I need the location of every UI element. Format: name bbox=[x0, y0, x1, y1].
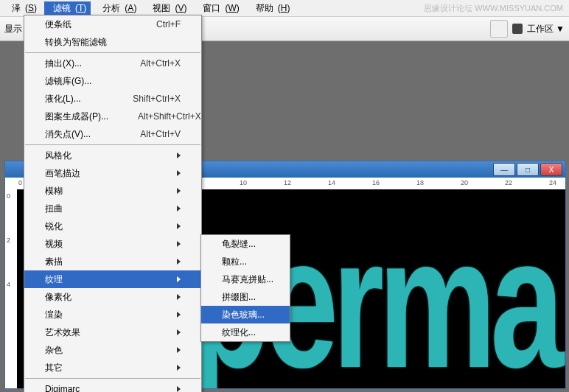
menu-item[interactable]: 抽出(X)...Alt+Ctrl+X bbox=[24, 55, 201, 72]
submenu-item[interactable]: 纹理化... bbox=[201, 323, 290, 341]
menu-item[interactable]: 像素化 bbox=[24, 288, 201, 306]
menu-item[interactable]: 纹理 bbox=[24, 270, 201, 288]
menu-item[interactable]: 视频 bbox=[24, 235, 201, 253]
menu-item[interactable]: 素描 bbox=[24, 253, 201, 270]
menu-item[interactable]: 风格化 bbox=[24, 147, 201, 164]
menu-item[interactable]: 模糊 bbox=[24, 182, 201, 200]
submenu-item[interactable]: 颗粒... bbox=[201, 253, 290, 270]
menu-item[interactable]: 渲染 bbox=[24, 306, 201, 323]
submenu-item[interactable]: 染色玻璃... bbox=[201, 306, 290, 323]
menu-item[interactable]: 锐化 bbox=[24, 217, 201, 235]
menu-item[interactable]: 液化(L)...Shift+Ctrl+X bbox=[24, 90, 201, 108]
minimize-button[interactable]: — bbox=[493, 163, 515, 176]
gear-icon[interactable] bbox=[512, 24, 523, 34]
filter-dropdown: 便条纸Ctrl+F转换为智能滤镜抽出(X)...Alt+Ctrl+X滤镜库(G)… bbox=[24, 15, 202, 392]
workspace-dropdown[interactable]: 工作区 ▼ bbox=[527, 23, 565, 35]
menu-item[interactable]: Digimarc bbox=[24, 380, 201, 392]
menu-item[interactable]: 便条纸Ctrl+F bbox=[24, 15, 201, 33]
menu-item[interactable]: 转换为智能滤镜 bbox=[24, 33, 201, 51]
ruler-vertical: 024 bbox=[5, 189, 18, 388]
menu-filter[interactable]: 滤镜(T) bbox=[44, 1, 91, 15]
watermark-text: 思缘设计论坛 WWW.MISSYUAN.COM bbox=[424, 3, 563, 14]
menu-item[interactable]: 扭曲 bbox=[24, 200, 201, 217]
menu-item[interactable]: 艺术效果 bbox=[24, 323, 201, 341]
menu-item[interactable]: 消失点(V)...Alt+Ctrl+V bbox=[24, 125, 201, 143]
toolbar-button[interactable] bbox=[490, 20, 508, 38]
submenu-item[interactable]: 马赛克拼贴... bbox=[201, 270, 290, 288]
submenu-item[interactable]: 龟裂缝... bbox=[201, 235, 290, 253]
menu-help[interactable]: 帮助(H) bbox=[247, 1, 295, 15]
texture-submenu: 龟裂缝...颗粒...马赛克拼贴...拼缀图...染色玻璃...纹理化... bbox=[200, 234, 290, 342]
toolbar-show-label: 显示 bbox=[4, 23, 22, 35]
menu-item[interactable]: 其它 bbox=[24, 359, 201, 377]
menu-window[interactable]: 窗口(W) bbox=[194, 1, 243, 15]
menu-view[interactable]: 视图(V) bbox=[144, 1, 191, 15]
menu-item[interactable]: 滤镜库(G)... bbox=[24, 72, 201, 90]
menu-item[interactable]: 图案生成器(P)...Alt+Shift+Ctrl+X bbox=[24, 108, 201, 125]
menu-select[interactable]: 泽(S) bbox=[3, 1, 41, 15]
close-button[interactable]: X bbox=[540, 163, 562, 176]
menu-item[interactable]: 画笔描边 bbox=[24, 164, 201, 182]
menu-item[interactable]: 杂色 bbox=[24, 341, 201, 359]
maximize-button[interactable]: □ bbox=[517, 163, 539, 176]
menu-analysis[interactable]: 分析(A) bbox=[94, 1, 141, 15]
submenu-item[interactable]: 拼缀图... bbox=[201, 288, 290, 306]
